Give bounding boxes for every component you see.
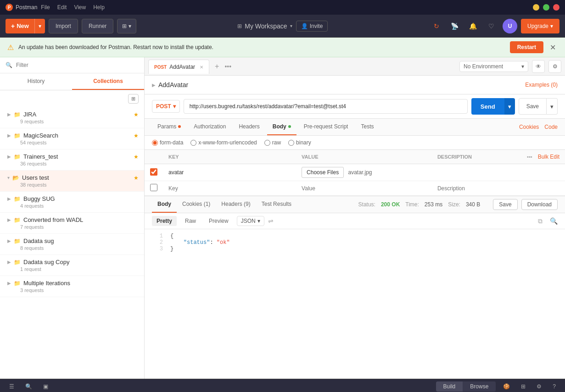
- send-button[interactable]: Send: [471, 98, 504, 115]
- collection-item-magicsearch[interactable]: ▶ 📁 MagicSearch ★ 54 requests: [0, 128, 144, 149]
- help-status-button[interactable]: ?: [549, 381, 559, 392]
- urlencoded-radio[interactable]: [190, 140, 196, 146]
- collection-item-trainers[interactable]: ▶ 📁 Trainers_test ★ 36 requests: [0, 149, 144, 171]
- env-gear-button[interactable]: ⚙: [548, 60, 561, 73]
- invite-button[interactable]: 👤 Invite: [296, 21, 328, 32]
- runner-button[interactable]: Runner: [82, 19, 113, 33]
- filter-input[interactable]: [16, 62, 139, 68]
- resp-save-button[interactable]: Save: [493, 199, 517, 210]
- request-expand-arrow[interactable]: ▶: [152, 83, 156, 88]
- binary-option[interactable]: binary: [288, 139, 311, 146]
- notification-button[interactable]: 🔔: [466, 19, 481, 33]
- cookie-status-button[interactable]: 🍪: [499, 381, 514, 392]
- add-tab-button[interactable]: +: [211, 62, 223, 71]
- satellite-button[interactable]: 📡: [448, 19, 462, 33]
- tab-pre-request[interactable]: Pre-request Script: [298, 119, 354, 135]
- tab-body[interactable]: Body: [267, 119, 296, 135]
- banner-close-button[interactable]: ✕: [548, 43, 558, 52]
- tab-tests[interactable]: Tests: [355, 119, 379, 135]
- layout-button[interactable]: ⊞: [517, 381, 529, 392]
- request-tab-addavatar[interactable]: POST AddAvatar ✕: [148, 60, 209, 74]
- empty-value-cell[interactable]: [296, 181, 432, 196]
- format-raw[interactable]: Raw: [180, 216, 201, 226]
- collections-tab[interactable]: Collections: [72, 73, 144, 90]
- minimize-button[interactable]: —: [533, 4, 539, 11]
- tab-authorization[interactable]: Authorization: [188, 119, 231, 135]
- url-input[interactable]: [184, 99, 468, 114]
- form-data-option[interactable]: form-data: [152, 139, 183, 146]
- build-button[interactable]: Build: [436, 381, 463, 392]
- upgrade-button[interactable]: Upgrade ▾: [521, 19, 559, 33]
- close-button[interactable]: ✕: [553, 4, 559, 11]
- send-arrow-button[interactable]: ▾: [504, 98, 515, 115]
- wrap-icon[interactable]: ⇌: [268, 217, 274, 225]
- console-button[interactable]: ▣: [39, 381, 52, 392]
- heart-button[interactable]: ♡: [484, 19, 499, 33]
- new-button-main[interactable]: + New: [6, 19, 35, 33]
- format-preview[interactable]: Preview: [204, 216, 233, 226]
- sidebar-toggle-button[interactable]: ☰: [6, 381, 18, 392]
- extra-button[interactable]: ⊞ ▾: [117, 19, 136, 33]
- choose-files-button[interactable]: Choose Files: [302, 167, 344, 178]
- search-status-button[interactable]: 🔍: [22, 381, 36, 392]
- empty-value-input[interactable]: [302, 185, 426, 192]
- empty-row-checkbox[interactable]: [150, 184, 157, 191]
- form-data-radio[interactable]: [152, 140, 158, 146]
- empty-key-cell[interactable]: [163, 181, 296, 196]
- collection-item-userstest[interactable]: ▾ 📂 Users test ★ 38 requests: [0, 171, 144, 192]
- collection-item-jira[interactable]: ▶ 📁 JIRA ★ 9 requests: [0, 107, 144, 128]
- more-options-icon[interactable]: •••: [527, 154, 532, 160]
- binary-radio[interactable]: [288, 140, 294, 146]
- menu-edit[interactable]: Edit: [57, 4, 67, 11]
- more-tabs-button[interactable]: •••: [224, 63, 231, 70]
- resp-tab-body[interactable]: Body: [152, 196, 177, 213]
- raw-option[interactable]: raw: [264, 139, 281, 146]
- env-eye-button[interactable]: 👁: [532, 60, 545, 73]
- urlencoded-option[interactable]: x-www-form-urlencoded: [190, 139, 257, 146]
- row-checkbox[interactable]: [150, 168, 157, 176]
- raw-radio[interactable]: [264, 140, 270, 146]
- resp-download-button[interactable]: Download: [521, 199, 558, 210]
- method-select[interactable]: POST ▾: [152, 100, 180, 113]
- collection-item-multiple[interactable]: ▶ 📁 Multiple Iterations 3 requests: [0, 276, 144, 297]
- empty-key-input[interactable]: [168, 185, 291, 192]
- resp-tab-test-results[interactable]: Test Results: [256, 196, 297, 213]
- restart-button[interactable]: Restart: [510, 41, 543, 53]
- format-pretty[interactable]: Pretty: [152, 216, 177, 226]
- cookies-link[interactable]: Cookies: [519, 124, 539, 130]
- tab-params[interactable]: Params: [152, 119, 186, 135]
- collection-item-dadata[interactable]: ▶ 📁 Dadata sug 8 requests: [0, 234, 144, 255]
- new-button-arrow[interactable]: ▾: [35, 19, 45, 33]
- tab-headers[interactable]: Headers: [233, 119, 265, 135]
- resp-tab-cookies[interactable]: Cookies (1): [177, 196, 216, 213]
- environment-select[interactable]: No Environment ▾: [459, 61, 528, 72]
- collection-item-buggysug[interactable]: ▶ 📁 Buggy SUG 4 requests: [0, 192, 144, 213]
- collection-item-dadata-copy[interactable]: ▶ 📁 Dadata sug Copy 1 request: [0, 255, 144, 276]
- tab-close-icon[interactable]: ✕: [200, 65, 203, 70]
- menu-file[interactable]: File: [41, 4, 50, 11]
- save-arrow-button[interactable]: ▾: [547, 98, 558, 115]
- settings-status-button[interactable]: ⚙: [533, 381, 545, 392]
- collection-item-wadl[interactable]: ▶ 📁 Converted from WADL 7 requests: [0, 213, 144, 234]
- bulk-edit-button[interactable]: Bulk Edit: [538, 154, 559, 160]
- menu-view[interactable]: View: [74, 4, 86, 11]
- avatar-button[interactable]: U: [503, 19, 517, 33]
- search-response-icon[interactable]: 🔍: [550, 217, 558, 225]
- new-collection-button[interactable]: ⊞: [128, 94, 139, 104]
- maximize-button[interactable]: □: [543, 4, 549, 11]
- empty-desc-input[interactable]: [437, 185, 559, 192]
- import-button[interactable]: Import: [49, 19, 78, 33]
- browse-button[interactable]: Browse: [463, 381, 496, 392]
- menu-help[interactable]: Help: [93, 4, 105, 11]
- new-button[interactable]: + New ▾: [6, 19, 45, 33]
- sync-button[interactable]: ↻: [429, 19, 444, 33]
- history-tab[interactable]: History: [0, 73, 72, 90]
- format-json-select[interactable]: JSON ▾: [237, 216, 264, 226]
- code-link[interactable]: Code: [544, 124, 558, 130]
- workspace-button[interactable]: ⊞ My Workspace ▾: [237, 22, 292, 30]
- empty-desc-cell[interactable]: [432, 181, 565, 196]
- save-button[interactable]: Save: [519, 98, 547, 115]
- resp-tab-headers[interactable]: Headers (9): [216, 196, 256, 213]
- examples-button[interactable]: Examples (0): [525, 82, 558, 88]
- copy-icon[interactable]: ⧉: [538, 217, 543, 225]
